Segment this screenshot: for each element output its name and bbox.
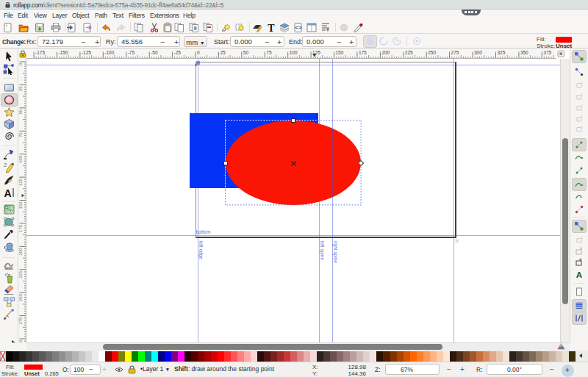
- svg-text:75: 75: [18, 132, 23, 137]
- svg-text:350: 350: [520, 50, 528, 55]
- svg-text:325: 325: [498, 50, 506, 55]
- svg-text:275: 275: [451, 50, 459, 55]
- svg-text:-25: -25: [174, 50, 182, 55]
- svg-text:T: T: [268, 22, 275, 33]
- svg-text:-75: -75: [128, 50, 135, 55]
- svg-text:225: 225: [18, 270, 23, 279]
- svg-text:-125: -125: [82, 50, 91, 55]
- svg-text:150: 150: [18, 201, 23, 209]
- svg-text:200: 200: [18, 248, 23, 256]
- svg-text:75: 75: [266, 50, 272, 55]
- svg-text:-150: -150: [59, 50, 68, 55]
- svg-text:175: 175: [359, 50, 367, 55]
- svg-text:200: 200: [381, 50, 390, 55]
- svg-text:A: A: [576, 270, 582, 279]
- svg-text:50: 50: [18, 109, 23, 114]
- svg-text:25: 25: [18, 86, 23, 91]
- svg-text:25: 25: [220, 50, 226, 55]
- svg-text:<>: <>: [295, 24, 302, 31]
- svg-text:250: 250: [18, 294, 23, 302]
- svg-text:A: A: [4, 187, 12, 198]
- svg-text:-100: -100: [104, 50, 114, 55]
- svg-text:250: 250: [428, 50, 436, 55]
- svg-text:-50: -50: [151, 50, 158, 55]
- svg-text:125: 125: [18, 178, 23, 186]
- svg-text:375: 375: [543, 50, 551, 55]
- svg-text:0: 0: [197, 50, 200, 55]
- svg-text:175: 175: [18, 224, 23, 232]
- svg-text:50: 50: [243, 50, 249, 55]
- svg-text:225: 225: [405, 50, 413, 55]
- svg-text:100: 100: [290, 50, 298, 55]
- svg-text:275: 275: [18, 317, 23, 325]
- svg-text:300: 300: [474, 50, 482, 55]
- svg-text:2: 2: [4, 162, 7, 168]
- svg-text:100: 100: [18, 155, 23, 163]
- svg-text:-175: -175: [35, 50, 45, 55]
- svg-text:150: 150: [336, 50, 344, 55]
